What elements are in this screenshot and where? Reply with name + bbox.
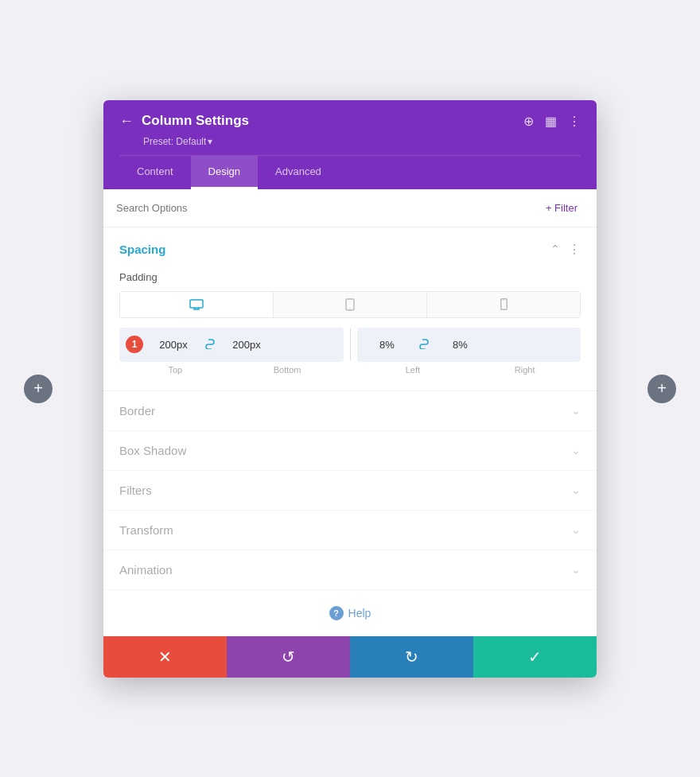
add-left-icon: + — [33, 379, 43, 398]
modal-title-group: ← Column Settings — [119, 113, 249, 130]
padding-label: Padding — [119, 271, 581, 283]
step-indicator: 1 — [126, 336, 143, 353]
search-input[interactable] — [116, 202, 533, 214]
box-shadow-section[interactable]: Box Shadow ⌄ — [103, 431, 597, 471]
device-tab-tablet[interactable] — [274, 292, 427, 317]
cancel-button[interactable]: ✕ — [103, 636, 227, 678]
redo-icon: ↻ — [405, 647, 418, 666]
undo-button[interactable]: ↺ — [227, 636, 350, 678]
spacing-collapse-icon[interactable]: ⌃ — [550, 243, 560, 255]
save-icon: ✓ — [528, 647, 542, 666]
bottom-label: Bottom — [231, 365, 344, 375]
transform-expand-icon: ⌄ — [571, 523, 581, 536]
padding-inputs-container: 1 — [119, 328, 581, 362]
spacing-menu-icon[interactable]: ⋮ — [568, 242, 581, 257]
column-settings-modal: ← Column Settings ⊕ ▦ ⋮ Preset: Default▾… — [103, 100, 597, 678]
help-row[interactable]: ? Help — [103, 590, 597, 636]
preset-label[interactable]: Preset: Default▾ — [142, 136, 581, 147]
animation-section[interactable]: Animation ⌄ — [103, 550, 597, 590]
cancel-icon: ✕ — [158, 647, 172, 666]
filter-button[interactable]: + Filter — [539, 199, 584, 217]
filters-section[interactable]: Filters ⌄ — [103, 471, 597, 511]
add-right-button[interactable]: + — [648, 375, 676, 403]
target-icon[interactable]: ⊕ — [523, 114, 534, 129]
filter-label: + Filter — [546, 202, 578, 214]
animation-title: Animation — [119, 563, 173, 577]
border-expand-icon: ⌄ — [571, 404, 581, 417]
back-button[interactable]: ← — [119, 113, 134, 130]
tab-advanced[interactable]: Advanced — [258, 156, 339, 189]
filters-title: Filters — [119, 484, 152, 497]
columns-icon[interactable]: ▦ — [545, 114, 557, 129]
svg-point-5 — [349, 308, 351, 309]
menu-icon[interactable]: ⋮ — [568, 114, 581, 129]
svg-rect-6 — [500, 299, 507, 310]
spacing-title: Spacing — [119, 243, 165, 256]
help-label: Help — [348, 607, 371, 620]
device-tab-desktop[interactable] — [120, 292, 274, 317]
save-button[interactable]: ✓ — [473, 636, 597, 678]
transform-title: Transform — [119, 523, 173, 537]
spacing-section-header[interactable]: Spacing ⌃ ⋮ — [103, 227, 597, 271]
tabs-bar: Content Design Advanced — [119, 155, 581, 189]
filters-expand-icon: ⌄ — [571, 484, 581, 496]
right-label: Right — [469, 365, 581, 375]
animation-expand-icon: ⌄ — [571, 563, 581, 576]
spacing-content: Padding — [103, 271, 597, 390]
spacing-controls: ⌃ ⋮ — [550, 242, 581, 257]
redo-button[interactable]: ↻ — [350, 636, 473, 678]
device-tabs — [119, 291, 581, 318]
border-title: Border — [119, 404, 155, 418]
link-left-right-icon[interactable] — [414, 338, 434, 352]
modal-footer: ✕ ↺ ↻ ✓ — [103, 636, 597, 678]
add-right-icon: + — [657, 379, 667, 398]
header-icons: ⊕ ▦ ⋮ — [523, 114, 581, 129]
modal-header: ← Column Settings ⊕ ▦ ⋮ Preset: Default▾… — [103, 100, 597, 189]
padding-labels-row: Top Bottom Left Right — [119, 365, 581, 375]
top-label: Top — [119, 365, 231, 375]
help-icon: ? — [329, 606, 344, 620]
left-label: Left — [357, 365, 469, 375]
box-shadow-expand-icon: ⌄ — [571, 444, 581, 456]
padding-bottom-input[interactable] — [223, 332, 270, 357]
border-section[interactable]: Border ⌄ — [103, 391, 597, 431]
padding-top-input[interactable] — [150, 332, 197, 357]
spacing-section: Spacing ⌃ ⋮ Padding — [103, 227, 597, 391]
search-bar: + Filter — [103, 189, 597, 227]
transform-section[interactable]: Transform ⌄ — [103, 511, 597, 550]
modal-body: + Filter Spacing ⌃ ⋮ Padding — [103, 189, 597, 636]
link-top-bottom-icon[interactable] — [200, 338, 220, 352]
add-left-button[interactable]: + — [24, 375, 52, 403]
svg-rect-0 — [190, 300, 203, 308]
device-tab-mobile[interactable] — [427, 292, 580, 317]
modal-title: Column Settings — [142, 113, 249, 129]
box-shadow-title: Box Shadow — [119, 444, 186, 457]
padding-left-input[interactable] — [364, 332, 411, 357]
modal-header-top: ← Column Settings ⊕ ▦ ⋮ — [119, 113, 581, 130]
tab-content[interactable]: Content — [119, 156, 191, 189]
tab-design[interactable]: Design — [191, 156, 258, 189]
padding-right-input[interactable] — [437, 332, 484, 357]
undo-icon: ↺ — [282, 647, 295, 666]
